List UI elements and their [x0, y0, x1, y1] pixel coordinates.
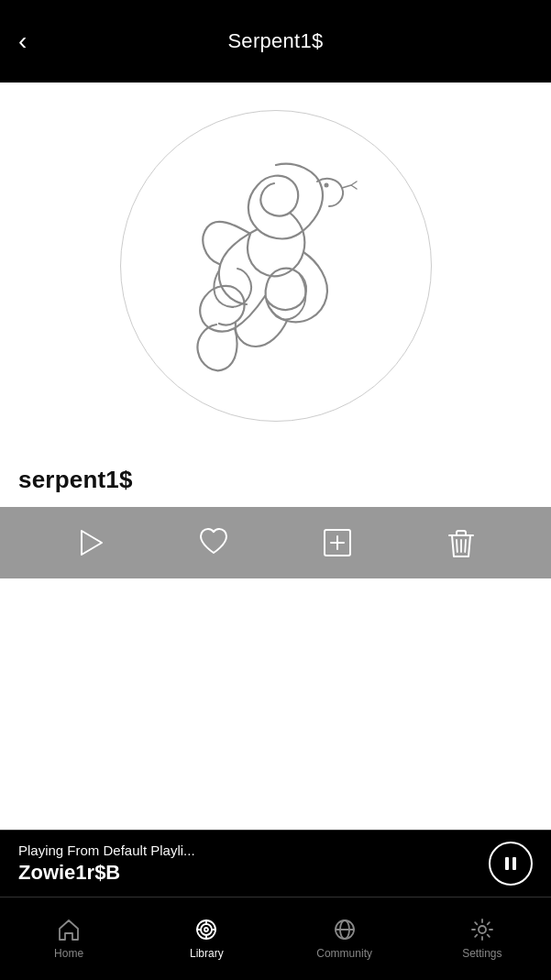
action-bar — [0, 507, 551, 578]
nav-item-home[interactable]: Home — [0, 917, 138, 960]
now-playing-label: Playing From Default Playli... — [18, 842, 195, 858]
album-art-section — [0, 83, 551, 449]
svg-line-8 — [466, 540, 467, 552]
nav-label-library: Library — [190, 947, 224, 960]
svg-point-12 — [201, 924, 212, 935]
pause-button[interactable] — [489, 842, 533, 886]
library-icon — [193, 917, 219, 942]
like-button[interactable] — [194, 523, 233, 562]
play-button[interactable] — [71, 523, 109, 562]
now-playing-track: Zowie1r$B — [18, 861, 195, 885]
now-playing-info: Playing From Default Playli... Zowie1r$B — [18, 842, 195, 885]
album-art — [120, 110, 432, 422]
song-title-section: serpent1$ — [0, 449, 551, 507]
bottom-nav: Home Library Community Settings — [0, 897, 551, 980]
now-playing-bar[interactable]: Playing From Default Playli... Zowie1r$B — [0, 830, 551, 897]
nav-item-community[interactable]: Community — [276, 917, 413, 960]
settings-icon — [469, 917, 495, 942]
svg-marker-1 — [82, 531, 102, 555]
add-button[interactable] — [318, 523, 357, 562]
header: ‹ Serpent1$ — [0, 0, 551, 83]
home-icon — [56, 917, 82, 942]
nav-label-settings: Settings — [462, 947, 501, 960]
svg-point-13 — [204, 928, 208, 931]
svg-line-7 — [457, 540, 457, 552]
community-icon — [332, 917, 358, 942]
nav-item-settings[interactable]: Settings — [413, 917, 551, 960]
svg-point-21 — [479, 926, 486, 933]
nav-item-library[interactable]: Library — [138, 917, 275, 960]
nav-label-community: Community — [316, 947, 372, 960]
svg-point-0 — [324, 183, 328, 188]
back-button[interactable]: ‹ — [18, 28, 27, 54]
svg-rect-10 — [512, 857, 516, 870]
nav-label-home: Home — [54, 947, 83, 960]
song-title: serpent1$ — [18, 466, 133, 493]
svg-rect-9 — [505, 857, 509, 870]
delete-button[interactable] — [442, 523, 480, 562]
serpent-illustration — [138, 128, 413, 403]
page-title: Serpent1$ — [227, 29, 323, 53]
content-area — [0, 578, 551, 830]
